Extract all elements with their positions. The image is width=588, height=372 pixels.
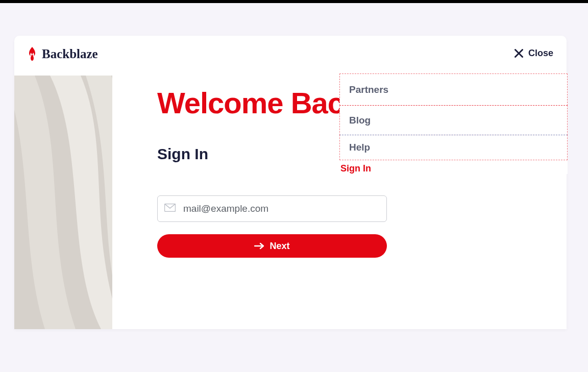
email-field[interactable] bbox=[157, 195, 387, 222]
nav-menu-panel: Partners Blog Help Sign In bbox=[339, 73, 568, 174]
menu-item-label: Help bbox=[349, 142, 370, 153]
next-label: Next bbox=[270, 241, 289, 252]
close-button[interactable]: Close bbox=[514, 48, 553, 59]
arrow-right-icon bbox=[254, 242, 264, 250]
menu-signin-link[interactable]: Sign In bbox=[339, 163, 568, 174]
brand-name: Backblaze bbox=[42, 47, 98, 61]
menu-item-blog[interactable]: Blog bbox=[339, 105, 568, 135]
decorative-sidebar-image bbox=[14, 76, 112, 329]
flame-icon bbox=[27, 47, 38, 61]
next-button[interactable]: Next bbox=[157, 234, 387, 258]
menu-item-label: Blog bbox=[349, 115, 371, 126]
menu-item-label: Partners bbox=[349, 84, 388, 95]
menu-item-partners[interactable]: Partners bbox=[339, 73, 568, 106]
email-input-wrap bbox=[157, 195, 387, 222]
browser-top-bar bbox=[0, 0, 588, 3]
card-header: Backblaze Close bbox=[14, 36, 567, 76]
mail-icon bbox=[164, 204, 176, 214]
close-icon bbox=[514, 49, 523, 58]
menu-item-help[interactable]: Help bbox=[339, 135, 568, 160]
close-label: Close bbox=[528, 48, 553, 59]
brand-logo[interactable]: Backblaze bbox=[27, 47, 98, 61]
